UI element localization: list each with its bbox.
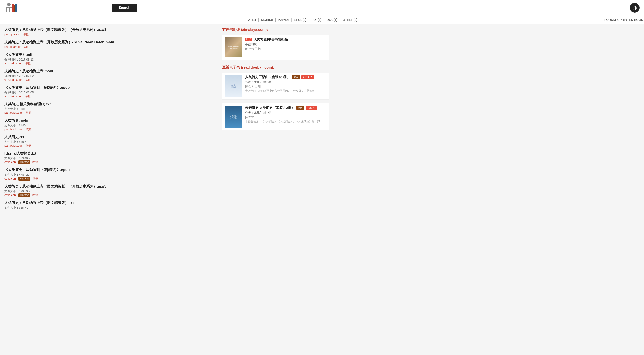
result-meta: 文件大小：1 KB	[4, 107, 216, 111]
list-item: 人类简史.mobi 文件大小：2 MB pan.baidu.com 举报	[4, 118, 216, 131]
filter-txt[interactable]: TXT(4)	[246, 18, 256, 22]
price-badge: ¥109.79	[301, 75, 314, 79]
usage-badge[interactable]: 使用方法	[18, 177, 30, 181]
douban-book-title: 人类简史三部曲（套装全3册）	[245, 75, 290, 79]
source-link[interactable]: yun.baidu.com	[4, 95, 23, 98]
douban-cover-art: 人类简史三部曲	[225, 75, 242, 97]
sidebar: 有声书朗读 (ximalaya.com): Brief History of H…	[222, 28, 329, 213]
svg-rect-3	[9, 8, 10, 12]
audio-section-title: 有声书朗读 (ximalaya.com):	[222, 28, 329, 32]
douban-book-card[interactable]: 人类简史三部曲 人类简史三部曲（套装全3册） 试读 ¥109.79 作者：尤瓦尔…	[222, 73, 329, 100]
report-link[interactable]: 举报	[32, 177, 38, 180]
douban-desc: 本套装包含：《未来简史》《人类简史》。《未来简史》是一部	[245, 120, 326, 123]
list-item: 人类简史.txt 文件大小：548 KB pan.baidu.com 举报	[4, 135, 216, 148]
list-item: 《人类简史：从动物到上帝[精品]》.epub 分享时间：2015-06-05 y…	[4, 85, 216, 98]
list-item: 《人类简史》.pdf 分享时间：2017-03-13 yun.baidu.com…	[4, 53, 216, 65]
list-item: 人类简史：从动物到上帝（图文精编版）（开放历史系列）.azw3 文件大小：520…	[4, 184, 216, 197]
douban-cats: [社会学 历史]	[245, 85, 326, 88]
result-source: pan.quark.cn 举报	[4, 45, 216, 49]
book-cover: Brief History of Humankind	[225, 37, 242, 57]
result-meta: 文件大小：2 MB	[4, 123, 216, 127]
search-box: 人类简史 Search	[21, 4, 137, 12]
result-title: 人类简史.mobi	[4, 118, 216, 123]
report-link[interactable]: 举报	[23, 33, 29, 36]
report-link[interactable]: 举报	[25, 95, 31, 98]
result-title: 人类简史：从动物到上帝（图文精编版）.txt	[4, 201, 216, 205]
douban-author: 作者：尤瓦尔·赫拉利	[245, 111, 326, 115]
report-link[interactable]: 举报	[32, 194, 38, 197]
report-link[interactable]: 举报	[32, 161, 38, 164]
audio-book-title: 人类简史|中信书院出品	[254, 37, 288, 42]
douban-cover: 人类简史未来简史	[225, 106, 242, 128]
douban-section: 豆瓣电子书 (read.douban.com): 人类简史三部曲 人类简史三部曲…	[222, 65, 329, 130]
price-badge: ¥75.79	[306, 106, 317, 110]
filter-mobi[interactable]: MOBI(3)	[261, 18, 273, 22]
result-title: 人类简史：从动物到上帝（开放历史系列）- Yuval Noah Harari.m…	[4, 40, 216, 45]
report-link[interactable]: 举报	[25, 62, 31, 65]
result-source: pan.baidu.com 举报	[4, 144, 216, 148]
source-link[interactable]: pan.baidu.com	[4, 127, 23, 131]
result-meta: 文件大小：548 KB	[4, 140, 216, 144]
list-item: [dzs.la]人类简史.txt 文件大小：383.49 KB ctfile.c…	[4, 151, 216, 164]
source-link[interactable]: pan.quark.cn	[4, 45, 21, 49]
header: 人类简史 Search ◑	[0, 0, 644, 16]
douban-book-card[interactable]: 人类简史未来简史 未来简史·人类简史（套装共2册） 试读 ¥75.79 作者：尤…	[222, 103, 329, 130]
report-link[interactable]: 举报	[26, 111, 31, 114]
douban-section-title: 豆瓣电子书 (read.douban.com):	[222, 65, 329, 70]
svg-rect-6	[15, 4, 17, 12]
source-link[interactable]: ctfile.com	[4, 160, 17, 164]
list-item: 人类简史 相关资料整理(1).txt 文件大小：1 KB pan.baidu.c…	[4, 102, 216, 115]
filter-doc[interactable]: DOC(1)	[327, 18, 337, 22]
result-title: 《人类简史：从动物到上帝[精品]》.epub	[4, 168, 216, 172]
douban-cover: 人类简史三部曲	[225, 75, 242, 97]
result-source: pan.baidu.com 举报	[4, 127, 216, 131]
report-link[interactable]: 举报	[23, 45, 29, 49]
usage-badge[interactable]: 使用方法	[18, 160, 30, 164]
result-meta: 分享时间：2017-02-02	[4, 74, 216, 78]
result-meta: 文件大小：383.49 KB	[4, 156, 216, 160]
result-source: pan.baidu.com 举报	[4, 111, 216, 115]
svg-rect-2	[6, 8, 7, 12]
source-link[interactable]: ctfile.com	[4, 193, 17, 197]
result-source: ctfile.com 使用方法 举报	[4, 160, 216, 164]
logo-icon	[4, 2, 18, 13]
filter-epub[interactable]: EPUB(2)	[294, 18, 306, 22]
result-source: yun.baidu.com 举报	[4, 78, 216, 82]
trial-badge[interactable]: 试读	[292, 75, 300, 79]
list-item: 人类简史：从动物到上帝（图文精编版）.txt 文件大小：815 KB	[4, 201, 216, 210]
svg-rect-1	[6, 7, 12, 8]
report-link[interactable]: 举报	[25, 78, 31, 81]
forum-link[interactable]: FORUM & PRINTED BOOK	[604, 18, 643, 22]
source-link[interactable]: yun.baidu.com	[4, 62, 23, 65]
result-title: 人类简史：从动物到上帝（图文精编版）（开放历史系列）.azw3	[4, 184, 216, 189]
result-source: ctfile.com 使用方法 举报	[4, 177, 216, 181]
main-content: 人类简史：从动物到上帝（图文精编版）（开放历史系列）.azw3 pan.quar…	[0, 24, 333, 217]
results-list: 人类简史：从动物到上帝（图文精编版）（开放历史系列）.azw3 pan.quar…	[4, 28, 216, 213]
result-title: 人类简史 相关资料整理(1).txt	[4, 102, 216, 107]
filter-azw[interactable]: AZW(2)	[278, 18, 289, 22]
result-source: pan.quark.cn 举报	[4, 33, 216, 37]
douban-cats: [人类学]	[245, 115, 326, 119]
filter-pdf[interactable]: PDF(1)	[312, 18, 322, 22]
usage-badge[interactable]: 使用方法	[18, 193, 30, 197]
douban-author: 作者：尤瓦尔·赫拉利	[245, 80, 326, 84]
source-link[interactable]: pan.quark.cn	[4, 33, 21, 36]
dark-mode-button[interactable]: ◑	[630, 3, 640, 13]
douban-info: 未来简史·人类简史（套装共2册） 试读 ¥75.79 作者：尤瓦尔·赫拉利 [人…	[245, 106, 326, 123]
source-link[interactable]: pan.baidu.com	[4, 144, 23, 147]
search-button[interactable]: Search	[112, 4, 137, 12]
source-link[interactable]: yun.baidu.com	[4, 78, 23, 81]
result-meta: 文件大小：520.60 KB	[4, 189, 216, 193]
svg-rect-5	[14, 5, 15, 12]
report-link[interactable]: 举报	[26, 128, 31, 131]
filter-other[interactable]: OTHER(3)	[343, 18, 357, 22]
report-link[interactable]: 举报	[26, 144, 31, 147]
result-title: 《人类简史：从动物到上帝[精品]》.epub	[4, 85, 216, 90]
audio-book-card[interactable]: Brief History of Humankind 朗读 人类简史|中信书院出…	[222, 35, 329, 60]
result-source: yun.baidu.com 举报	[4, 62, 216, 65]
search-input[interactable]: 人类简史	[21, 4, 112, 12]
trial-badge[interactable]: 试读	[296, 106, 304, 110]
source-link[interactable]: pan.baidu.com	[4, 111, 23, 114]
result-title: 人类简史：从动物到上帝（图文精编版）（开放历史系列）.azw3	[4, 28, 216, 32]
source-link[interactable]: ctfile.com	[4, 177, 17, 180]
